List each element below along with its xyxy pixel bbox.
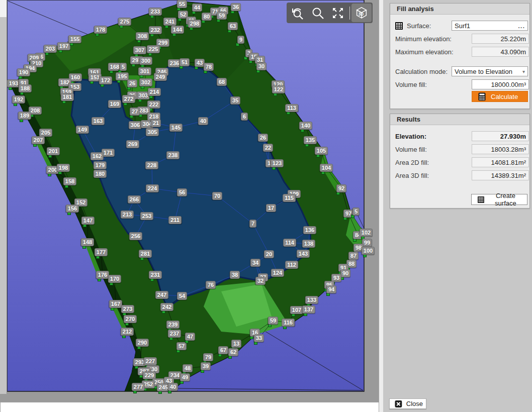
area-3d-value: 14389.31m² [491, 172, 526, 179]
tin-edge [367, 243, 368, 251]
close-icon [395, 400, 402, 408]
left-margin [0, 0, 7, 394]
calculation-mode-value: Volume to Elevation [455, 68, 512, 75]
create-surface-label: Create surface [487, 192, 524, 207]
area-2d-value: 14081.81m² [491, 159, 526, 166]
result-volume-fill-field: 18003.28m³ [472, 144, 529, 154]
elevation-label: Elevation: [395, 133, 426, 140]
surface-label: Surface: [407, 22, 431, 30]
area-2d-field: 14081.81m² [472, 157, 529, 167]
fill-analysis-panel: Fill analysis Surface: Surf1 ... Minimum… [390, 3, 530, 109]
volume-fill-input[interactable]: 18000.00m³ [472, 79, 529, 89]
fill-analysis-title: Fill analysis [397, 5, 434, 13]
view-toolbar: 3D [287, 3, 373, 23]
results-title: Results [397, 116, 420, 123]
zoom-previous-button[interactable] [288, 4, 308, 22]
min-elevation-value: 25.220m [500, 35, 526, 43]
calculate-button[interactable]: Calculate [472, 91, 528, 102]
volume-fill-value: 18000.00m³ [491, 81, 526, 88]
side-panel: Fill analysis Surface: Surf1 ... Minimum… [383, 0, 532, 412]
result-volume-fill-label: Volume fill: [395, 146, 427, 153]
app-window: 5544366671233528059632414629814423227517… [0, 0, 532, 412]
svg-text:3D: 3D [358, 11, 364, 16]
elevation-value: 27.930m [500, 133, 526, 140]
3d-workspace: 5544366671233528059632414629814423227517… [0, 0, 382, 412]
surface-more-button[interactable]: ... [518, 22, 525, 30]
result-volume-fill-value: 18003.28m³ [491, 146, 526, 153]
max-elevation-value: 43.090m [500, 48, 526, 56]
results-header: Results [390, 114, 529, 125]
zoom-previous-icon [291, 7, 304, 20]
chevron-down-icon: ▾ [522, 69, 525, 74]
tin-edge [366, 233, 367, 243]
elevation-field: 27.930m [472, 131, 529, 141]
zoom-extents-button[interactable] [328, 4, 348, 22]
results-panel: Results Elevation: 27.930m Volume fill: … [390, 114, 530, 209]
fill-analysis-header: Fill analysis [390, 4, 529, 15]
close-label: Close [406, 400, 423, 407]
area-2d-label: Area 2D fill: [395, 159, 429, 166]
bottom-subpanel [0, 402, 379, 412]
calculation-mode-label: Calculation mode: [395, 68, 448, 75]
zoom-extents-icon [331, 7, 344, 20]
area-3d-label: Area 3D fill: [395, 172, 429, 179]
volume-fill-label: Volume fill: [395, 81, 427, 88]
zoom-button[interactable] [308, 4, 328, 22]
create-surface-grid-icon [478, 196, 484, 203]
left-margin-top [0, 0, 7, 17]
view-3d-icon: 3D [354, 6, 369, 21]
calculate-label: Calculate [491, 93, 518, 100]
view-3d-button[interactable]: 3D [351, 4, 372, 22]
calculation-mode-select[interactable]: Volume to Elevation ▾ [452, 66, 528, 76]
vertical-splitter[interactable] [379, 0, 383, 412]
min-elevation-field: 25.220m [472, 34, 529, 44]
toolbar-separator [349, 7, 350, 20]
terrain-mesh[interactable] [0, 0, 382, 412]
min-elevation-label: Minimum elevation: [395, 35, 452, 43]
surface-grid-icon [395, 22, 403, 30]
area-3d-field: 14389.31m² [472, 170, 529, 180]
create-surface-button[interactable]: Create surface [471, 194, 527, 205]
surface-value: Surf1 [455, 22, 470, 30]
max-elevation-label: Maximum elevation: [395, 48, 454, 56]
surface-field[interactable]: Surf1 ... [452, 21, 528, 31]
calculator-icon [478, 92, 486, 101]
close-button[interactable]: Close [389, 398, 426, 409]
max-elevation-field: 43.090m [472, 47, 529, 57]
zoom-icon [311, 7, 324, 20]
